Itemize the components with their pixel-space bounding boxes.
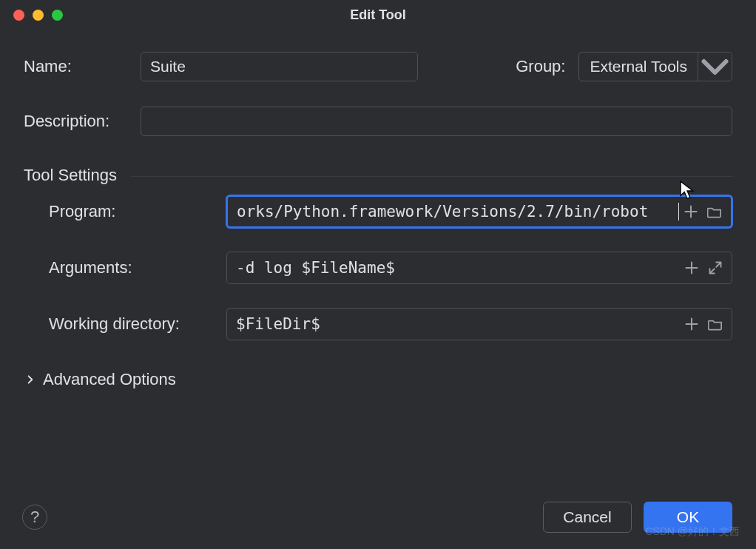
- working-directory-insert-macro-button[interactable]: [680, 312, 703, 336]
- plus-icon: [684, 260, 699, 275]
- maximize-window-button[interactable]: [52, 10, 63, 21]
- group-label: Group:: [516, 57, 565, 76]
- working-directory-browse-button[interactable]: [703, 312, 727, 336]
- chevron-down-icon: [698, 50, 732, 84]
- description-input[interactable]: [141, 107, 732, 136]
- window-title: Edit Tool: [0, 7, 756, 23]
- help-button[interactable]: ?: [22, 505, 47, 530]
- group-combobox[interactable]: External Tools: [578, 52, 732, 81]
- group-value: External Tools: [590, 58, 698, 75]
- divider: [131, 176, 732, 177]
- arguments-input-group: [226, 252, 732, 284]
- arguments-label: Arguments:: [49, 258, 226, 277]
- name-input[interactable]: [141, 52, 418, 81]
- arguments-expand-button[interactable]: [703, 256, 727, 280]
- tool-settings-legend: Tool Settings: [24, 166, 126, 185]
- chevron-right-icon: [25, 374, 36, 385]
- close-window-button[interactable]: [13, 10, 24, 21]
- plus-icon: [684, 317, 699, 331]
- expand-icon: [708, 260, 723, 275]
- description-label: Description:: [24, 112, 127, 131]
- group-dropdown-button[interactable]: [698, 53, 732, 81]
- arguments-input[interactable]: [227, 252, 680, 283]
- cancel-button[interactable]: Cancel: [543, 502, 632, 533]
- program-input-group: [226, 195, 732, 228]
- name-label: Name:: [24, 57, 127, 76]
- tool-settings-group: Tool Settings Program: Arguments:: [24, 166, 732, 340]
- plus-icon: [684, 204, 698, 219]
- advanced-options-label: Advanced Options: [43, 370, 176, 389]
- working-directory-input[interactable]: [227, 309, 680, 340]
- working-directory-input-group: [226, 308, 732, 340]
- working-directory-label: Working directory:: [49, 314, 226, 334]
- minimize-window-button[interactable]: [33, 10, 44, 21]
- arguments-insert-macro-button[interactable]: [680, 256, 703, 280]
- folder-icon: [707, 204, 722, 219]
- program-input[interactable]: [228, 197, 680, 226]
- titlebar: Edit Tool: [0, 0, 756, 30]
- program-label: Program:: [49, 202, 226, 221]
- program-insert-macro-button[interactable]: [679, 200, 703, 223]
- advanced-options-toggle[interactable]: Advanced Options: [25, 370, 732, 389]
- ok-button[interactable]: OK: [644, 502, 732, 533]
- folder-icon: [708, 317, 723, 331]
- window-controls: [13, 10, 63, 21]
- program-browse-button[interactable]: [703, 200, 726, 223]
